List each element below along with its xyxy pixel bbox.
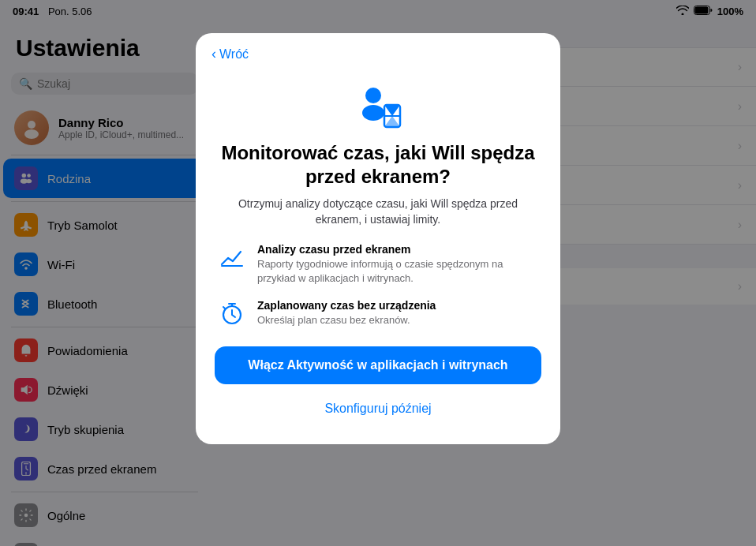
modal-title: Monitorować czas, jaki Will spędza przed… (196, 141, 560, 189)
screen-time-modal: ‹ Wróć Monitorować czas, jaki Will spędz… (196, 33, 560, 444)
feature-zaplanowany: Zaplanowany czas bez urządzenia Określaj… (218, 299, 538, 327)
enable-activity-button[interactable]: Włącz Aktywność w aplikacjach i witrynac… (215, 346, 541, 384)
feature-analizy-text: Analizy czasu przed ekranem Raporty tygo… (257, 243, 538, 285)
modal-icon-area (196, 77, 560, 133)
svg-point-15 (365, 88, 381, 103)
back-chevron-icon: ‹ (211, 46, 216, 62)
back-label: Wróć (219, 47, 249, 62)
back-button[interactable]: ‹ Wróć (211, 46, 249, 62)
configure-later-button[interactable]: Skonfiguruj później (215, 395, 541, 422)
feature-analizy-desc: Raporty tygodniowe informują o czasie sp… (257, 257, 538, 285)
timer-icon (218, 299, 246, 327)
feature-zaplanowany-title: Zaplanowany czas bez urządzenia (257, 299, 436, 312)
chart-icon (218, 243, 246, 271)
modal-subtitle: Otrzymuj analizy dotyczące czasu, jaki W… (196, 196, 560, 227)
feature-analizy-title: Analizy czasu przed ekranem (257, 243, 538, 256)
feature-zaplanowany-desc: Określaj plan czasu bez ekranów. (257, 313, 436, 327)
screen-time-hero-icon (350, 77, 406, 133)
feature-analizy: Analizy czasu przed ekranem Raporty tygo… (218, 243, 538, 285)
modal-actions: Włącz Aktywność w aplikacjach i witrynac… (196, 346, 560, 422)
modal-features: Analizy czasu przed ekranem Raporty tygo… (196, 243, 560, 327)
svg-point-16 (362, 105, 384, 121)
modal-header: ‹ Wróć (196, 33, 560, 62)
feature-zaplanowany-text: Zaplanowany czas bez urządzenia Określaj… (257, 299, 436, 327)
